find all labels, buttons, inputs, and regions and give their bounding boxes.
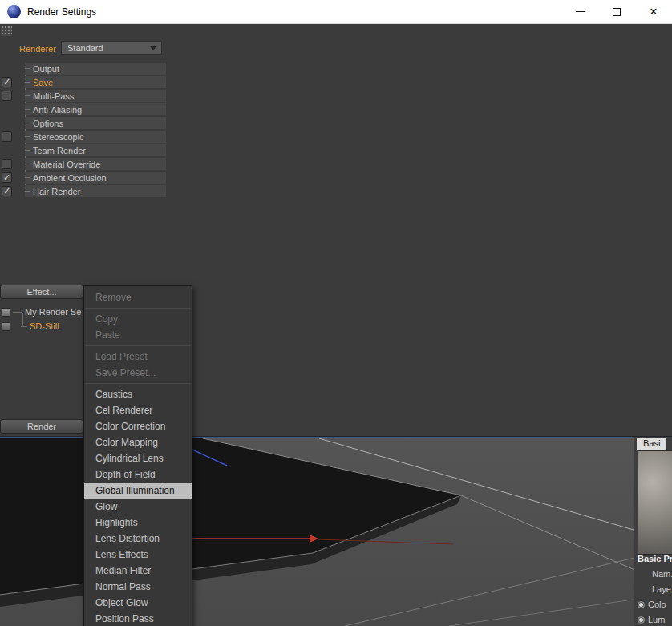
menu-separator <box>85 383 191 384</box>
tree-tick <box>25 136 30 137</box>
field-luminance: Lum <box>638 614 665 625</box>
minimize-button[interactable] <box>561 0 598 24</box>
settings-tree-item-output[interactable]: Output <box>0 63 168 76</box>
tree-tick <box>25 95 30 96</box>
menu-separator <box>85 345 191 346</box>
renderer-dropdown-value: Standard <box>67 43 103 53</box>
field-name: Nam... <box>652 568 672 580</box>
tree-tick <box>25 150 30 151</box>
field-color-label: Colo <box>648 600 666 609</box>
presets-tree: My Render Se SD-Still <box>0 305 83 333</box>
settings-tree: Output Save Multi-Pass Anti-Aliasing Opt… <box>0 63 168 199</box>
radio-icon[interactable] <box>638 616 645 624</box>
settings-tree-item-hair-render[interactable]: Hair Render <box>0 185 168 199</box>
render-settings-icon <box>2 322 10 331</box>
menu-item-global-illumination[interactable]: Global Illumination <box>84 483 192 499</box>
menu-item-median-filter[interactable]: Median Filter <box>84 563 192 579</box>
menu-item-copy[interactable]: Copy <box>84 311 192 327</box>
tree-tick <box>25 191 30 192</box>
settings-tree-item-material-override[interactable]: Material Override <box>0 158 168 172</box>
maximize-icon <box>613 8 621 16</box>
settings-tree-item-options[interactable]: Options <box>0 117 168 131</box>
attributes-panel: Basi Basic Pro... Nam... Laye... Colo Lu… <box>634 437 672 626</box>
render-settings-window: Render Settings ✕ Renderer Standard Outp… <box>0 0 672 626</box>
menu-item-lens-distortion[interactable]: Lens Distortion <box>84 531 192 547</box>
menu-item-position-pass[interactable]: Position Pass <box>84 611 192 626</box>
titlebar: Render Settings ✕ <box>0 0 672 24</box>
menu-item-save-preset[interactable]: Save Preset... <box>84 365 192 381</box>
settings-tree-item-multi-pass[interactable]: Multi-Pass <box>0 90 168 103</box>
menu-item-highlights[interactable]: Highlights <box>84 515 192 531</box>
settings-tree-item-save[interactable]: Save <box>0 76 168 90</box>
tree-tick <box>25 68 30 69</box>
field-name-label: Nam... <box>652 569 672 579</box>
field-luminance-label: Lum <box>648 615 665 624</box>
menu-item-remove[interactable]: Remove <box>84 289 192 305</box>
item-checkbox[interactable] <box>2 91 12 101</box>
basic-properties-header: Basic Pro... <box>638 554 672 563</box>
menu-item-color-mapping[interactable]: Color Mapping <box>84 434 192 450</box>
cinema4d-logo-icon <box>7 5 21 18</box>
renderer-label: Renderer <box>19 44 56 54</box>
menu-item-normal-pass[interactable]: Normal Pass <box>84 579 192 595</box>
item-checkbox[interactable] <box>2 186 12 196</box>
tree-tick <box>25 164 30 164</box>
menu-item-cel-renderer[interactable]: Cel Renderer <box>84 402 192 418</box>
close-button[interactable]: ✕ <box>635 0 672 24</box>
renderer-dropdown[interactable]: Standard <box>61 41 162 55</box>
menu-item-paste[interactable]: Paste <box>84 327 192 343</box>
window-controls: ✕ <box>561 0 672 24</box>
preset-item-sd-still[interactable]: SD-Still <box>0 319 83 333</box>
minimize-icon <box>576 11 585 12</box>
field-layer: Laye... <box>652 584 672 595</box>
menu-item-caustics[interactable]: Caustics <box>84 386 192 402</box>
preset-item-my-render-settings[interactable]: My Render Se <box>0 305 83 319</box>
material-preview-thumbnail[interactable] <box>638 450 672 555</box>
maximize-button[interactable] <box>598 0 635 24</box>
item-checkbox[interactable] <box>2 159 12 169</box>
tree-tick <box>21 326 27 327</box>
tree-tick <box>25 82 30 83</box>
menu-item-object-glow[interactable]: Object Glow <box>84 595 192 611</box>
menu-item-color-correction[interactable]: Color Correction <box>84 418 192 434</box>
field-color: Colo <box>638 599 666 610</box>
item-checkbox[interactable] <box>2 172 12 183</box>
menu-separator <box>85 308 191 309</box>
settings-tree-item-team-render[interactable]: Team Render <box>0 144 168 158</box>
close-icon: ✕ <box>650 6 658 18</box>
menu-item-depth-of-field[interactable]: Depth of Field <box>84 466 192 483</box>
tree-tick <box>25 123 30 123</box>
menu-item-load-preset[interactable]: Load Preset <box>84 349 192 365</box>
radio-icon[interactable] <box>638 601 645 608</box>
tree-tick <box>13 312 22 313</box>
settings-tree-item-ambient-occlusion[interactable]: Ambient Occlusion <box>0 172 168 185</box>
item-checkbox[interactable] <box>2 131 12 142</box>
effect-context-menu: Remove Copy Paste Load Preset Save Prese… <box>83 285 192 626</box>
render-button[interactable]: Render <box>0 419 83 434</box>
menu-item-lens-effects[interactable]: Lens Effects <box>84 547 192 563</box>
settings-tree-item-anti-aliasing[interactable]: Anti-Aliasing <box>0 103 168 117</box>
menu-item-glow[interactable]: Glow <box>84 499 192 515</box>
window-title: Render Settings <box>27 6 96 18</box>
field-layer-label: Laye... <box>652 584 672 594</box>
tab-basic[interactable]: Basi <box>637 438 666 450</box>
palette-drag-handle-icon[interactable] <box>1 26 12 36</box>
settings-tree-item-stereoscopic[interactable]: Stereoscopic <box>0 131 168 144</box>
effect-button[interactable]: Effect... <box>0 285 83 299</box>
item-checkbox[interactable] <box>2 77 12 87</box>
render-settings-icon <box>2 308 10 317</box>
chevron-down-icon <box>150 46 156 50</box>
tree-tick <box>25 177 30 178</box>
menu-item-cylindrical-lens[interactable]: Cylindrical Lens <box>84 450 192 466</box>
tree-tick <box>25 109 30 110</box>
